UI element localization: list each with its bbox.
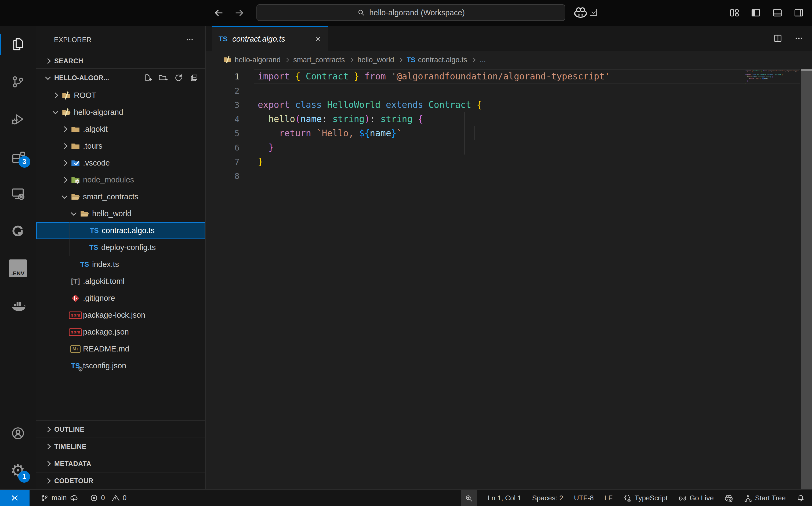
breadcrumb-item-hello_world[interactable]: hello_world: [357, 52, 394, 68]
code-line-6: }: [745, 80, 799, 82]
layout-sidebar-right-icon[interactable]: [793, 7, 805, 18]
chevron-slot: [60, 127, 68, 131]
workspace-actions: [143, 73, 199, 82]
env-icon: .ENV: [9, 259, 27, 277]
tree-item-.algokit.toml[interactable]: [T].algokit.toml: [36, 273, 205, 290]
activity-bar-item-explorer[interactable]: [0, 26, 36, 63]
line-number: 3: [206, 100, 243, 110]
tree-item-label: hello-algorand: [74, 108, 123, 117]
status-branch[interactable]: main: [40, 489, 78, 506]
tree-item-node_modules[interactable]: JSnode_modules: [36, 171, 205, 188]
tree-item-README.md[interactable]: M↓README.md: [36, 340, 205, 357]
status-language-status[interactable]: TypeScript: [623, 490, 668, 506]
status-go-live[interactable]: Go Live: [678, 490, 714, 506]
section-codetour[interactable]: CODETOUR: [36, 472, 205, 489]
command-center[interactable]: hello-algorand (Workspace): [256, 4, 565, 21]
breadcrumb-item-smart_contracts[interactable]: smart_contracts: [293, 52, 345, 68]
status-notifications[interactable]: [796, 490, 805, 506]
status-indentation[interactable]: Spaces: 2: [532, 490, 563, 506]
status-cursor-position[interactable]: Ln 1, Col 1: [488, 490, 521, 506]
breadcrumb-item-contract.algo.ts[interactable]: TScontract.algo.ts: [407, 52, 467, 68]
status-left: main00: [40, 489, 130, 506]
activity-bar-item-docker[interactable]: [0, 287, 36, 324]
tree-item-.tours[interactable]: .tours: [36, 138, 205, 155]
tree-item-deploy-config.ts[interactable]: TSdeploy-config.ts: [36, 239, 205, 256]
section-search[interactable]: SEARCH: [36, 54, 205, 69]
gear-icon: ⚙: [78, 366, 83, 373]
tree-item-label: deploy-config.ts: [101, 243, 156, 252]
tree-item-label: package-lock.json: [83, 311, 145, 320]
copilot-disabled-icon: [725, 494, 733, 503]
sidebar-title-row: EXPLORER: [36, 26, 205, 54]
tree-item-hello-algorand[interactable]: hello-algorand: [36, 104, 205, 121]
layout-icon[interactable]: [729, 7, 740, 18]
forward-button[interactable]: [234, 7, 245, 18]
activity-bar-item-run-and-debug[interactable]: [0, 100, 36, 138]
tree-item-package.json[interactable]: npmpackage.json: [36, 324, 205, 340]
new-file-icon[interactable]: [143, 73, 152, 82]
section-timeline[interactable]: TIMELINE: [36, 438, 205, 455]
tree-item-contract.algo.ts[interactable]: TScontract.algo.ts: [36, 222, 205, 239]
section-metadata[interactable]: METADATA: [36, 455, 205, 472]
indent-guide: [70, 222, 70, 256]
breadcrumb-item-...[interactable]: ...: [480, 52, 486, 68]
back-button[interactable]: [214, 7, 224, 18]
file-icon: [70, 124, 81, 135]
file-icon: [70, 141, 81, 152]
split-editor-icon[interactable]: [773, 33, 783, 44]
tree-item-package-lock.json[interactable]: npmpackage-lock.json: [36, 307, 205, 324]
tree-item-smart_contracts[interactable]: smart_contracts: [36, 188, 205, 205]
status-eol[interactable]: LF: [604, 490, 612, 506]
status-label: Start Tree: [755, 494, 786, 502]
file-icon: [70, 293, 81, 304]
minimap[interactable]: import { Contract } from '@algorandfound…: [745, 70, 799, 86]
workspace-label: HELLO-ALGOR...: [54, 74, 109, 82]
activity-bar-item-accounts[interactable]: [0, 415, 36, 452]
chevron-down-icon: [62, 193, 67, 199]
typescript-file-icon: TS: [219, 35, 227, 43]
close-icon[interactable]: [314, 35, 322, 43]
editor-scrollbar[interactable]: [801, 69, 812, 489]
more-actions-icon[interactable]: [794, 33, 804, 44]
tree-item-.vscode[interactable]: .vscode: [36, 155, 205, 171]
status-copilot-status[interactable]: [725, 490, 733, 506]
activity-bar-item-dotenv[interactable]: .ENV: [0, 250, 36, 287]
workspace-header[interactable]: HELLO-ALGOR...: [36, 69, 205, 87]
status-start-tree[interactable]: Start Tree: [744, 490, 786, 506]
new-folder-icon[interactable]: [158, 73, 167, 82]
code-editor[interactable]: 1import { Contract } from '@algorandfoun…: [206, 69, 812, 489]
tree-item-.gitignore[interactable]: .gitignore: [36, 290, 205, 307]
tab-contract-algo-ts[interactable]: TS contract.algo.ts: [212, 26, 328, 51]
tree-item-index.ts[interactable]: TSindex.ts: [36, 256, 205, 273]
breadcrumb-item-hello-algorand[interactable]: hello-algorand: [223, 52, 281, 68]
status-zoom[interactable]: [461, 490, 477, 506]
status-problems[interactable]: 00: [90, 489, 130, 506]
collapse-all-icon[interactable]: [190, 73, 199, 82]
tree-item-label: node_modules: [83, 175, 134, 184]
tree-item-tsconfig.json[interactable]: TS⚙tsconfig.json: [36, 357, 205, 374]
layout-sidebar-left-icon[interactable]: [750, 7, 761, 18]
chevron-right-icon: [45, 443, 51, 449]
refresh-icon[interactable]: [174, 73, 183, 82]
line-number: 4: [206, 114, 243, 124]
activity-bar-item-algokit[interactable]: [0, 212, 36, 250]
remote-indicator[interactable]: [0, 490, 29, 506]
status-encoding[interactable]: UTF-8: [574, 490, 594, 506]
tree-item-hello_world[interactable]: hello_world: [36, 205, 205, 222]
section-outline[interactable]: OUTLINE: [36, 420, 205, 438]
line-number: 6: [206, 143, 243, 152]
activity-bar-item-source-control[interactable]: [0, 63, 36, 100]
layout-panel-icon[interactable]: [772, 7, 783, 18]
activity-bar-item-settings[interactable]: ⚙1: [0, 452, 36, 489]
sidebar-title: EXPLORER: [54, 36, 91, 44]
code-text: export class HelloWorld extends Contract…: [243, 99, 482, 110]
tree-item-.algokit[interactable]: .algokit: [36, 121, 205, 138]
chevron-right-icon: [52, 93, 58, 98]
copilot-menu[interactable]: [574, 4, 597, 21]
tree-item-label: .gitignore: [83, 294, 115, 303]
file-icon: npm: [70, 327, 81, 338]
activity-bar-item-remote-explorer[interactable]: [0, 175, 36, 212]
activity-bar-item-extensions[interactable]: 3: [0, 138, 36, 175]
sidebar-more-actions-icon[interactable]: [185, 35, 195, 44]
tree-item-ROOT[interactable]: ROOT: [36, 87, 205, 104]
